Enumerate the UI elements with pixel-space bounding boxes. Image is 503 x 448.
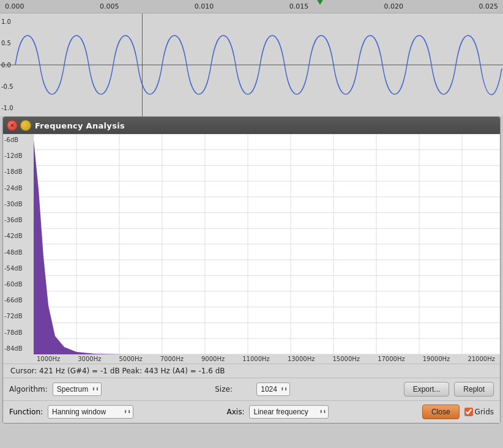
window-close-button[interactable]: ✕ xyxy=(7,120,18,131)
waveform-plot[interactable]: 1.0 0.5 0.0 -0.5 -1.0 xyxy=(0,13,503,116)
waveform-x-labels: 0.000 0.005 0.010 0.015 0.020 0.025 xyxy=(0,2,503,10)
db-label-12: -78dB xyxy=(4,329,23,336)
size-select-wrapper[interactable]: 1024 xyxy=(256,383,290,396)
axis-select[interactable]: Linear frequency xyxy=(249,405,329,419)
freq-analysis-window: ✕ Frequency Analysis -6dB -12dB -18dB -2… xyxy=(2,116,501,424)
spectrum-x-labels: 1000Hz 3000Hz 5000Hz 7000Hz 9000Hz 11000… xyxy=(3,354,500,364)
spectrum-plot[interactable] xyxy=(34,134,500,354)
svg-marker-28 xyxy=(34,140,500,354)
db-label-5: -36dB xyxy=(4,217,23,223)
waveform-svg xyxy=(0,13,503,116)
db-label-10: -66dB xyxy=(4,297,23,304)
spectrum-y-labels: -6dB -12dB -18dB -24dB -30dB -36dB -42dB… xyxy=(4,134,23,354)
db-label-6: -42dB xyxy=(4,233,23,239)
controls-row-2: Function: Hanning window Axis: Linear fr… xyxy=(3,400,500,423)
function-select[interactable]: Hanning window xyxy=(48,405,133,419)
close-icon: ✕ xyxy=(10,122,15,129)
hz-label-10: 21000Hz xyxy=(468,356,495,362)
hz-label-3: 7000Hz xyxy=(160,356,184,362)
export-button[interactable]: Export... xyxy=(404,382,450,397)
x-label-0: 0.000 xyxy=(5,2,24,10)
status-text: Cursor: 421 Hz (G#4) = -1 dB Peak: 443 H… xyxy=(10,367,225,375)
controls-row-1: Algorithm: Spectrum Size: 1024 Export...… xyxy=(3,378,500,400)
size-label: Size: xyxy=(215,385,252,394)
axis-label: Axis: xyxy=(227,408,245,416)
hz-label-1: 3000Hz xyxy=(78,356,101,362)
axis-select-wrapper[interactable]: Linear frequency xyxy=(249,405,329,419)
hz-label-4: 9000Hz xyxy=(201,356,225,362)
hz-label-9: 19000Hz xyxy=(423,356,450,362)
x-label-2: 0.010 xyxy=(195,2,214,10)
hz-label-2: 5000Hz xyxy=(119,356,143,362)
function-select-wrapper[interactable]: Hanning window xyxy=(48,405,133,419)
function-label: Function: xyxy=(9,408,43,416)
freq-titlebar: ✕ Frequency Analysis xyxy=(3,117,500,134)
db-label-2: -18dB xyxy=(4,168,23,175)
grids-checkbox[interactable] xyxy=(464,408,473,416)
x-label-4: 0.020 xyxy=(384,2,404,10)
waveform-x-axis: 0.000 0.005 0.010 0.015 0.020 0.025 xyxy=(0,0,503,13)
hz-label-5: 11000Hz xyxy=(242,356,270,362)
hz-label-8: 17000Hz xyxy=(378,356,405,362)
x-label-1: 0.005 xyxy=(100,2,119,10)
spectrum-svg xyxy=(34,134,500,354)
hz-label-0: 1000Hz xyxy=(37,356,60,362)
db-label-13: -84dB xyxy=(4,345,23,352)
x-label-5: 0.025 xyxy=(479,2,498,10)
window-minimize-button[interactable] xyxy=(20,120,31,131)
close-button[interactable]: Close xyxy=(422,405,460,419)
status-bar: Cursor: 421 Hz (G#4) = -1 dB Peak: 443 H… xyxy=(3,364,500,378)
replot-button[interactable]: Replot xyxy=(454,382,494,397)
hz-label-7: 15000Hz xyxy=(333,356,360,362)
algorithm-label: Algorithm: xyxy=(9,385,48,394)
algorithm-select[interactable]: Spectrum xyxy=(53,383,102,396)
db-label-1: -12dB xyxy=(4,152,23,159)
waveform-container: 0.000 0.005 0.010 0.015 0.020 0.025 1.0 … xyxy=(0,0,503,116)
grids-checkbox-label[interactable]: Grids xyxy=(464,408,494,416)
window-title: Frequency Analysis xyxy=(35,121,125,130)
algorithm-select-wrapper[interactable]: Spectrum xyxy=(53,383,102,396)
waveform-marker xyxy=(316,0,324,5)
db-label-3: -24dB xyxy=(4,185,23,192)
db-label-9: -60dB xyxy=(4,281,23,288)
size-select[interactable]: 1024 xyxy=(256,383,290,396)
db-label-0: -6dB xyxy=(4,136,23,143)
hz-label-6: 13000Hz xyxy=(288,356,315,362)
x-label-3: 0.015 xyxy=(289,2,309,10)
db-label-4: -30dB xyxy=(4,201,23,207)
db-label-8: -54dB xyxy=(4,265,23,272)
spectrum-wrapper: -6dB -12dB -18dB -24dB -30dB -36dB -42dB… xyxy=(3,134,500,354)
db-label-11: -72dB xyxy=(4,313,23,319)
db-label-7: -48dB xyxy=(4,249,23,256)
grids-label: Grids xyxy=(475,408,494,416)
